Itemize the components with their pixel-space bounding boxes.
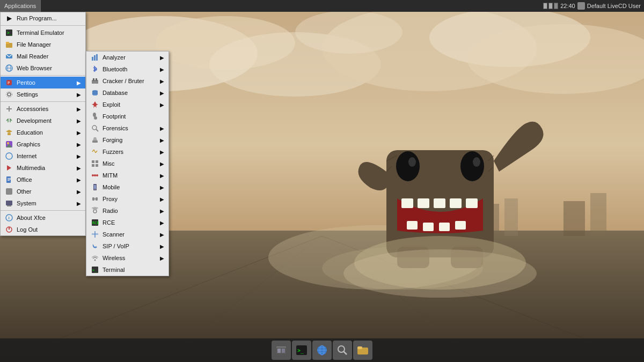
footprint-icon — [91, 112, 99, 121]
svg-point-30 — [396, 151, 420, 181]
submenu-analyzer[interactable]: Analyzer ▶ — [86, 51, 169, 63]
svg-rect-37 — [450, 198, 462, 208]
menu-item-about-xfce[interactable]: i About Xfce — [1, 212, 85, 224]
submenu-fuzzers[interactable]: Fuzzers ▶ — [86, 146, 169, 158]
submenu-scanner[interactable]: Scanner ▶ — [86, 228, 169, 240]
user-icon — [577, 2, 585, 10]
svg-marker-106 — [93, 137, 97, 141]
desktop: Applications 22:40 Default LiveCD User — [0, 0, 644, 362]
footprint-label: Footprint — [103, 113, 126, 120]
submenu-exploit[interactable]: Exploit ▶ — [86, 99, 169, 110]
radio-label: Radio — [103, 208, 118, 214]
fuzzers-label: Fuzzers — [103, 149, 123, 155]
submenu-forensics[interactable]: Forensics ▶ — [86, 122, 169, 134]
svg-text:>_: >_ — [92, 268, 97, 272]
mail-reader-icon — [5, 52, 13, 61]
cracker-bruter-label: Cracker / Bruter — [103, 78, 144, 84]
menu-item-graphics[interactable]: Graphics ▶ — [1, 138, 85, 150]
radio-arrow: ▶ — [160, 208, 164, 214]
bluetooth-arrow: ▶ — [160, 67, 164, 72]
submenu-mobile[interactable]: Mobile ▶ — [86, 181, 169, 193]
svg-line-104 — [96, 129, 98, 131]
other-arrow: ▶ — [77, 189, 81, 195]
menu-item-mail-reader[interactable]: Mail Reader — [1, 50, 85, 62]
svg-point-8 — [295, 11, 402, 54]
svg-point-101 — [93, 113, 96, 117]
menu-item-web-browser[interactable]: Web Browser — [1, 62, 85, 74]
taskbar-folder-button[interactable] — [353, 341, 372, 360]
taskbar-files-button[interactable] — [272, 341, 291, 360]
education-icon — [5, 128, 13, 137]
pentoo-arrow: ▶ — [77, 80, 81, 86]
svg-rect-90 — [96, 54, 98, 61]
file-manager-label: File Manager — [17, 41, 51, 48]
menu-item-system[interactable]: System ▶ — [1, 197, 85, 209]
terminal-emulator-label: Terminal Emulator — [17, 29, 64, 36]
wireless-icon — [91, 254, 99, 262]
forensics-arrow: ▶ — [160, 125, 164, 131]
menu-item-run-program[interactable]: ▶ Run Program... — [1, 12, 85, 24]
submenu-mitm[interactable]: MITM ▶ — [86, 169, 169, 181]
pentoo-label: Pentoo — [17, 79, 35, 86]
svg-rect-69 — [9, 106, 10, 112]
menu-sep-3 — [1, 101, 85, 102]
svg-line-109 — [96, 151, 97, 153]
svg-rect-41 — [439, 223, 450, 231]
forging-arrow: ▶ — [160, 137, 164, 143]
taskbar-search-button[interactable] — [333, 341, 352, 360]
development-arrow: ▶ — [77, 118, 81, 124]
svg-marker-76 — [7, 165, 11, 171]
sip-voip-icon — [91, 242, 99, 250]
exploit-icon — [91, 100, 99, 109]
menu-item-internet[interactable]: Internet ▶ — [1, 150, 85, 162]
submenu-rce[interactable]: RCE RCE ▶ — [86, 217, 169, 228]
submenu-misc[interactable]: Misc ▶ — [86, 158, 169, 169]
menu-item-file-manager[interactable]: File Manager — [1, 39, 85, 50]
menu-item-terminal-emulator[interactable]: >_ Terminal Emulator — [1, 27, 85, 39]
svg-rect-110 — [92, 160, 94, 163]
scanner-icon — [91, 230, 99, 239]
submenu-footprint[interactable]: Footprint — [86, 110, 169, 122]
other-label: Other — [17, 188, 32, 195]
submenu-forging[interactable]: Forging ▶ — [86, 134, 169, 146]
svg-point-67 — [6, 92, 12, 98]
applications-menu-button[interactable]: Applications — [0, 0, 41, 12]
fuzzers-icon — [91, 147, 99, 156]
menu-item-other[interactable]: Other ▶ — [1, 186, 85, 197]
menu-item-multimedia[interactable]: Multimedia ▶ — [1, 162, 85, 174]
svg-point-99 — [92, 93, 98, 95]
submenu-sip-voip[interactable]: SIP / VoIP ▶ — [86, 240, 169, 252]
applications-label: Applications — [4, 3, 36, 9]
menu-item-development[interactable]: Development ▶ — [1, 115, 85, 127]
submenu-radio[interactable]: Radio ▶ — [86, 205, 169, 217]
submenu-wireless[interactable]: Wireless ▶ — [86, 252, 169, 264]
svg-text:>_: >_ — [297, 348, 304, 354]
battery-display — [543, 3, 558, 9]
radio-icon — [91, 206, 99, 215]
submenu-terminal-label: Terminal — [103, 267, 125, 273]
submenu-proxy[interactable]: Proxy ▶ — [86, 193, 169, 205]
office-arrow: ▶ — [77, 177, 81, 183]
menu-item-log-out[interactable]: Log Out — [1, 224, 85, 235]
menu-item-settings[interactable]: Settings ▶ — [1, 88, 85, 100]
svg-point-120 — [94, 189, 96, 190]
submenu-database[interactable]: Database ▶ — [86, 87, 169, 99]
svg-rect-40 — [423, 223, 434, 231]
submenu-cracker-bruter[interactable]: Cracker / Bruter ▶ — [86, 75, 169, 87]
svg-rect-112 — [92, 164, 94, 167]
svg-rect-134 — [277, 349, 281, 353]
submenu-terminal[interactable]: >_ Terminal — [86, 264, 169, 276]
wireless-arrow: ▶ — [160, 255, 164, 261]
taskbar-terminal-button[interactable]: >_ — [292, 341, 311, 360]
settings-arrow: ▶ — [77, 92, 81, 98]
menu-item-office[interactable]: Office ▶ — [1, 174, 85, 186]
menu-item-pentoo[interactable]: P Pentoo ▶ — [1, 77, 85, 88]
menu-item-education[interactable]: Education ▶ — [1, 127, 85, 138]
taskbar-browser-button[interactable] — [312, 341, 332, 360]
misc-arrow: ▶ — [160, 161, 164, 167]
development-icon — [5, 116, 13, 125]
run-program-label: Run Program... — [17, 15, 57, 21]
internet-label: Internet — [17, 153, 36, 159]
menu-item-accessories[interactable]: Accessories ▶ — [1, 103, 85, 115]
submenu-bluetooth[interactable]: Bluetooth ▶ — [86, 63, 169, 75]
